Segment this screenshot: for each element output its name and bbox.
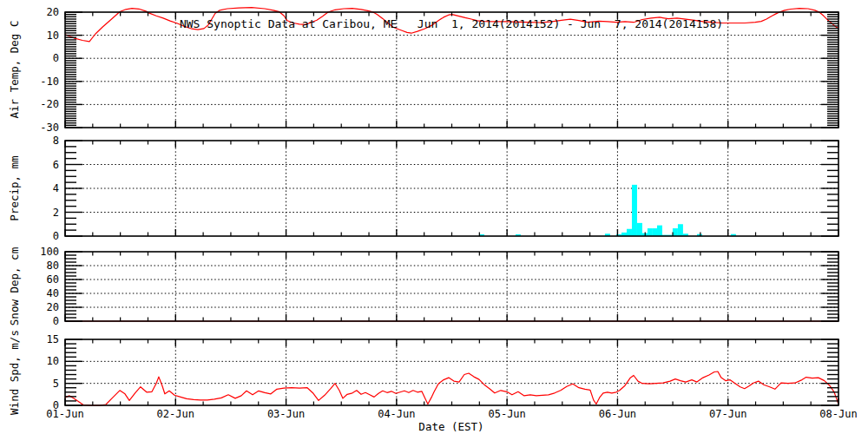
y-tick-label: -30: [40, 122, 59, 134]
y-tick-labels: 151050: [47, 333, 59, 411]
v-gridlines: [175, 339, 727, 405]
y-axis-label-air-temp: Air Temp, Deg C: [8, 21, 21, 119]
x-tick-label: 05-Jun: [488, 408, 525, 420]
y-tick-labels: 86420: [53, 135, 59, 242]
wind-speed-line: [65, 372, 838, 405]
y-tick-label: 10: [47, 30, 59, 42]
x-tick-label: 01-Jun: [46, 408, 83, 420]
chart-title: NWS Synoptic Data at Caribou, ME Jun 1, …: [180, 17, 723, 30]
y-axis-label-snow-depth: Snow Dep, cm: [8, 247, 21, 326]
axis-box: [65, 252, 838, 321]
panel-precip: 86420: [53, 135, 838, 242]
synoptic-chart: 20100-10-20-308642010080604020015105001-…: [0, 0, 868, 434]
precip-bar: [632, 185, 637, 236]
y-tick-label: 5: [53, 378, 59, 390]
y-tick-label: 0: [53, 315, 59, 327]
y-tick-label: 8: [53, 135, 59, 147]
x-tick-labels: 01-Jun02-Jun03-Jun04-Jun05-Jun06-Jun07-J…: [46, 408, 857, 420]
x-tick-label: 04-Jun: [378, 408, 415, 420]
y-tick-label: 40: [47, 287, 59, 299]
axis-box: [65, 339, 838, 405]
precip-bar: [657, 226, 662, 236]
precip-bar: [673, 228, 678, 236]
x-ticks: [65, 252, 838, 321]
h-gridlines: [65, 36, 838, 105]
y-tick-label: 10: [47, 355, 59, 367]
y-tick-label: 100: [40, 246, 59, 258]
precip-bar: [648, 228, 653, 236]
y-ticks: [65, 339, 838, 405]
panel-snow-depth: 100806040200: [40, 246, 838, 327]
x-ticks: [65, 141, 838, 236]
y-tick-label: 20: [47, 6, 59, 18]
y-tick-labels: 100806040200: [40, 246, 59, 327]
y-tick-label: 6: [53, 159, 59, 171]
x-tick-label: 08-Jun: [819, 408, 857, 420]
x-axis-title: Date (EST): [418, 420, 483, 433]
precip-bars: [479, 185, 736, 236]
panel-wind-speed: 151050: [47, 333, 838, 411]
v-gridlines: [175, 252, 727, 321]
y-tick-label: 60: [47, 273, 59, 286]
y-tick-label: 80: [47, 260, 59, 272]
synoptic-plot-page: 20100-10-20-308642010080604020015105001-…: [0, 0, 868, 434]
y-tick-label: 15: [47, 333, 59, 345]
x-tick-label: 03-Jun: [267, 408, 305, 420]
y-tick-label: 0: [53, 230, 59, 242]
precip-bar: [637, 223, 642, 236]
x-tick-label: 06-Jun: [599, 408, 636, 420]
h-gridlines: [65, 165, 838, 213]
y-axis-label-wind-speed: Wind Spd, m/s: [8, 330, 21, 415]
y-axis-label-precip: Precip, mm: [8, 155, 21, 220]
x-tick-label: 02-Jun: [157, 408, 194, 420]
y-tick-label: 4: [53, 182, 59, 194]
y-tick-label: -20: [40, 98, 59, 110]
precip-bar: [627, 229, 632, 236]
y-tick-label: 2: [53, 207, 59, 219]
precip-bar: [653, 228, 658, 236]
y-ticks: [65, 252, 838, 321]
y-tick-labels: 20100-10-20-30: [40, 6, 59, 134]
axis-box: [65, 141, 838, 236]
y-ticks: [65, 141, 838, 236]
x-tick-label: 07-Jun: [709, 408, 746, 420]
y-tick-label: 20: [47, 301, 59, 313]
chart-generated-content: 20100-10-20-308642010080604020015105001-…: [40, 6, 857, 420]
precip-bar: [678, 224, 683, 236]
y-tick-label: -10: [40, 76, 59, 88]
h-gridlines: [65, 266, 838, 307]
y-tick-label: 0: [53, 52, 59, 64]
x-ticks: [65, 339, 838, 405]
